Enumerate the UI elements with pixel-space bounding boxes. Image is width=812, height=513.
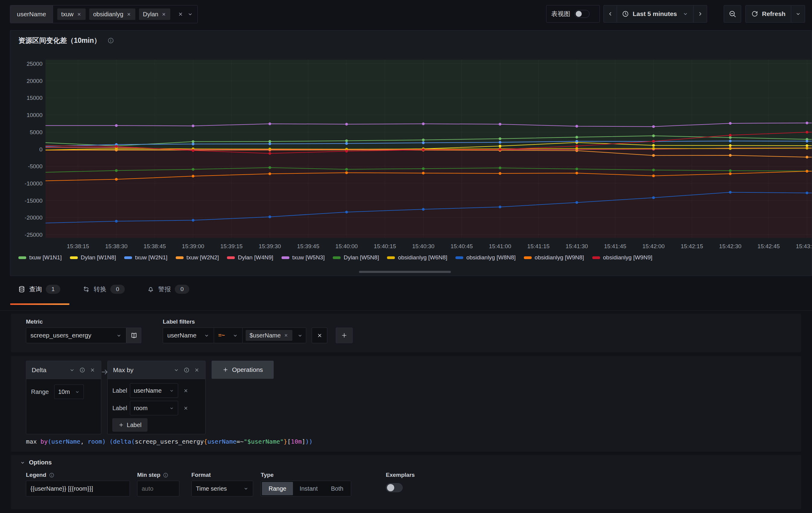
add-filter-button[interactable] (336, 327, 353, 343)
series-point (729, 191, 731, 194)
add-operations-button[interactable]: Operations (211, 361, 274, 379)
legend-item[interactable]: txuw [W5N3] (282, 254, 325, 261)
query-token: room (84, 438, 102, 445)
add-label-button[interactable]: Label (112, 418, 147, 432)
time-shift-forward-button[interactable] (694, 5, 707, 23)
table-view-toggle[interactable] (575, 10, 589, 18)
legend-item[interactable]: obsidianlyg [W6N8] (387, 254, 447, 261)
metrics-explorer-button[interactable] (126, 327, 141, 343)
range-value: 10m (58, 388, 70, 395)
variable-tag[interactable]: txuw (57, 8, 86, 20)
legend-item[interactable]: obsidianlyg [W8N8] (456, 254, 516, 261)
clock-icon (622, 10, 629, 18)
operation-maxby-header[interactable]: Max by (108, 361, 205, 379)
remove-label-icon[interactable] (183, 388, 189, 394)
remove-operation-icon[interactable] (194, 367, 200, 373)
metric-select[interactable]: screep_users_energy (26, 327, 126, 343)
series-point (806, 147, 808, 150)
series-point (575, 147, 578, 150)
filter-value-tag[interactable]: $userName (245, 330, 292, 341)
maxby-label-select[interactable]: userName (130, 383, 178, 398)
filter-name-select[interactable]: userName (163, 327, 214, 343)
legend-swatch (19, 256, 26, 259)
legend-swatch (456, 256, 463, 259)
chevron-down-icon[interactable] (173, 367, 179, 373)
zoom-out-icon (728, 10, 736, 18)
legend-item[interactable]: obsidianlyg [W9N9] (592, 254, 652, 261)
legend-label: obsidianlyg [W9N9] (603, 254, 652, 261)
remove-label-icon[interactable] (183, 405, 189, 411)
format-select[interactable]: Time series (192, 481, 253, 496)
chevron-down-icon[interactable] (187, 11, 193, 17)
legend-format-input[interactable] (26, 481, 130, 496)
type-label: Type (261, 472, 274, 478)
refresh-button[interactable]: Refresh (745, 5, 791, 23)
series-point (345, 123, 348, 126)
legend-item[interactable]: Dylan [W1N8] (70, 254, 116, 261)
remove-tag-icon[interactable] (161, 12, 166, 17)
operation-title: Max by (113, 367, 134, 374)
time-shift-back-button[interactable] (603, 5, 617, 23)
query-token: userName (207, 438, 236, 445)
query-token: by (40, 438, 48, 445)
query-type-both[interactable]: Both (324, 482, 350, 495)
variable-tag-label: txuw (61, 11, 74, 18)
min-step-input[interactable] (137, 481, 179, 496)
options-header[interactable]: Options (20, 459, 52, 466)
info-icon[interactable] (49, 472, 55, 478)
info-icon[interactable] (183, 367, 190, 373)
timeseries-chart[interactable]: 2500020000150001000050000-5000-10000-150… (10, 30, 812, 254)
exemplars-toggle[interactable] (386, 483, 403, 492)
maxby-label-select[interactable]: room (130, 401, 178, 415)
metric-value: screep_users_energy (30, 332, 91, 339)
chevron-down-icon (243, 486, 249, 491)
y-axis-tick-label: -25000 (25, 232, 42, 238)
legend-item[interactable]: Dylan [W4N9] (227, 254, 273, 261)
range-select[interactable]: 10m (54, 384, 84, 399)
query-type-instant[interactable]: Instant (293, 482, 324, 495)
operation-delta-header[interactable]: Delta (26, 361, 101, 379)
info-icon[interactable] (79, 367, 85, 373)
maxby-label-row: Label room (112, 401, 200, 415)
legend-item[interactable]: txuw [W2N2] (176, 254, 219, 261)
tab-query[interactable]: 查询 1 (18, 285, 60, 294)
time-range-picker-button[interactable]: Last 5 minutes (617, 5, 694, 23)
variable-tag[interactable]: Dylan (139, 8, 170, 20)
maxby-label-value: userName (134, 387, 162, 394)
remove-filter-button[interactable] (312, 327, 327, 343)
refresh-interval-button[interactable] (791, 5, 805, 23)
zoom-out-button[interactable] (724, 5, 741, 23)
remove-filter-value-icon[interactable] (284, 333, 288, 338)
series-point (729, 122, 731, 125)
info-icon[interactable] (163, 472, 169, 478)
legend-item[interactable]: obsidianlyg [W9N8] (524, 254, 584, 261)
legend-item[interactable]: txuw [W1N1] (19, 254, 62, 261)
remove-tag-icon[interactable] (77, 12, 82, 17)
filter-operator-select[interactable]: =~ (214, 327, 243, 343)
chevron-left-icon (607, 10, 614, 17)
legend-swatch (387, 256, 395, 259)
query-type-group: Range Instant Both (261, 481, 351, 496)
chevron-down-icon[interactable] (69, 367, 75, 373)
tab-alert[interactable]: 警报 0 (147, 285, 189, 294)
query-type-range[interactable]: Range (262, 482, 293, 495)
legend-label: Dylan [W1N8] (81, 254, 116, 261)
x-axis-tick-label: 15:41:00 (489, 243, 511, 249)
query-token: ( (48, 438, 51, 445)
series-point (729, 136, 731, 139)
legend-label: Dylan [W5N8] (344, 254, 379, 261)
tab-transform[interactable]: 转换 0 (83, 285, 125, 294)
variable-value-box[interactable]: txuw obsidianlyg Dylan (53, 5, 197, 23)
filter-value-label: $userName (250, 332, 281, 339)
remove-tag-icon[interactable] (126, 12, 132, 17)
clear-all-icon[interactable] (177, 11, 183, 17)
legend-item[interactable]: Dylan [W5N8] (333, 254, 379, 261)
legend-scrollbar[interactable] (359, 271, 451, 273)
filter-value-select[interactable]: $userName (242, 327, 306, 343)
chevron-down-icon (75, 389, 80, 395)
legend-item[interactable]: txuw [W2N1] (124, 254, 168, 261)
series-point (345, 168, 348, 171)
remove-operation-icon[interactable] (89, 367, 95, 373)
variable-tag[interactable]: obsidianlyg (89, 8, 135, 20)
series-point (115, 124, 118, 127)
